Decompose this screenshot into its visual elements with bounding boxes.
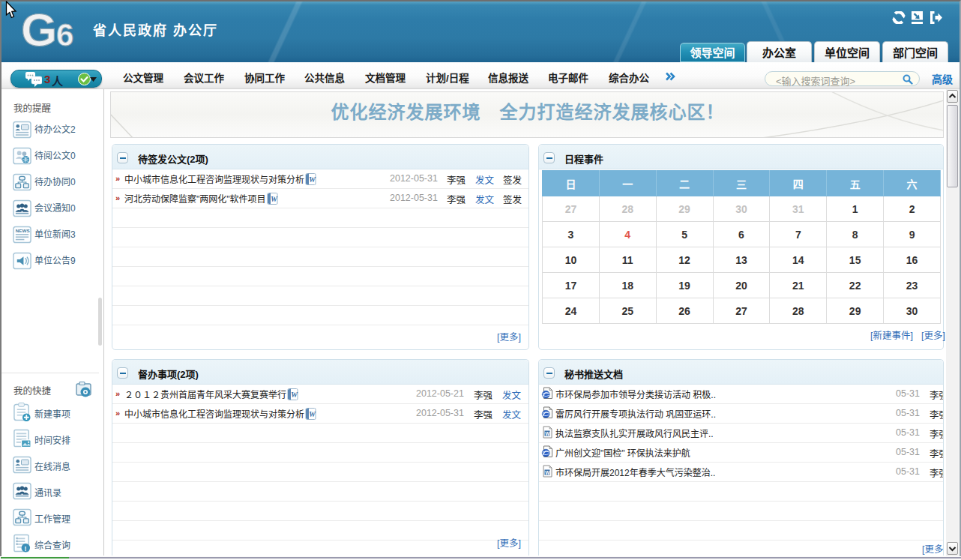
svg-text:W: W — [309, 410, 316, 418]
svg-text:W: W — [545, 431, 550, 436]
svg-text:G: G — [22, 10, 57, 49]
svg-text:!: ! — [25, 545, 27, 553]
svg-text:NEWS: NEWS — [16, 228, 30, 233]
svg-text:W: W — [271, 195, 278, 203]
svg-text:W: W — [309, 175, 316, 184]
svg-text:W: W — [545, 470, 550, 475]
svg-text:6: 6 — [56, 17, 73, 49]
svg-text:W: W — [291, 391, 298, 399]
